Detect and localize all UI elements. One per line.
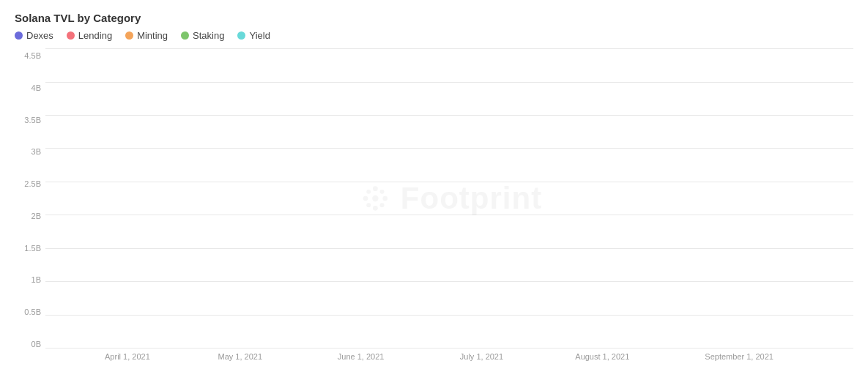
chart-inner: Footprint April 1, 2021May 1, 2021June 1… xyxy=(45,48,853,369)
x-axis-label: June 1, 2021 xyxy=(338,352,385,361)
y-axis-label: 4B xyxy=(15,83,45,92)
x-axis-label: September 1, 2021 xyxy=(705,352,774,361)
y-axis-label: 4.5B xyxy=(15,51,45,60)
legend-item: Yield xyxy=(237,30,270,41)
legend-item: Minting xyxy=(125,30,168,41)
y-axis-label: 2B xyxy=(15,212,45,220)
x-axis-label: April 1, 2021 xyxy=(105,352,150,361)
y-axis-label: 0.5B xyxy=(15,308,45,316)
y-axis-label: 1.5B xyxy=(15,244,45,253)
legend-label: Yield xyxy=(249,30,270,41)
legend-dot xyxy=(181,31,189,40)
y-axis: 0B0.5B1B1.5B2B2.5B3B3.5B4B4.5B xyxy=(15,48,45,369)
y-axis-label: 2.5B xyxy=(15,179,45,188)
legend-label: Staking xyxy=(193,30,224,41)
chart-container: Solana TVL by Category DexesLendingMinti… xyxy=(0,0,868,369)
legend-dot xyxy=(237,31,245,40)
x-axis-label: May 1, 2021 xyxy=(218,352,262,361)
legend-dot xyxy=(15,31,23,40)
x-axis-label: August 1, 2021 xyxy=(575,352,629,361)
bars-wrapper xyxy=(45,48,853,348)
y-axis-label: 0B xyxy=(15,340,45,348)
y-axis-label: 3.5B xyxy=(15,116,45,124)
legend-label: Minting xyxy=(137,30,168,41)
legend-label: Lending xyxy=(78,30,112,41)
legend-label: Dexes xyxy=(26,30,53,41)
x-axis: April 1, 2021May 1, 2021June 1, 2021July… xyxy=(47,348,852,369)
y-axis-label: 1B xyxy=(15,275,45,284)
legend-dot xyxy=(125,31,133,40)
x-axis-label: July 1, 2021 xyxy=(460,352,503,361)
legend-dot xyxy=(67,31,75,40)
legend-item: Dexes xyxy=(15,30,53,41)
legend-item: Lending xyxy=(67,30,112,41)
legend: DexesLendingMintingStakingYield xyxy=(15,30,853,41)
bars-and-grid: Footprint xyxy=(45,48,853,348)
chart-title: Solana TVL by Category xyxy=(15,12,853,24)
y-axis-label: 3B xyxy=(15,147,45,156)
legend-item: Staking xyxy=(181,30,224,41)
chart-area: 0B0.5B1B1.5B2B2.5B3B3.5B4B4.5B xyxy=(15,48,853,369)
